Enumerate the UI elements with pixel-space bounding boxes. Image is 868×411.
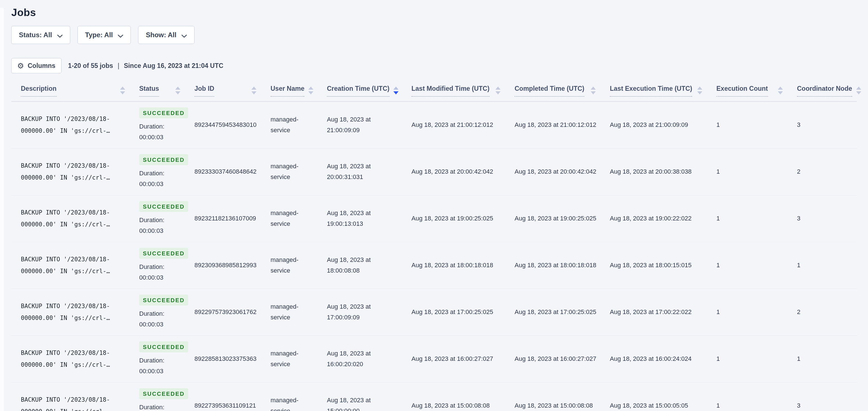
- description-cell: BACKUP INTO '/2023/08/18-000000.00' IN '…: [11, 289, 139, 335]
- column-header-coordinator-node[interactable]: Coordinator Node: [797, 81, 857, 101]
- status-badge: SUCCEEDED: [139, 154, 188, 165]
- table-row: BACKUP INTO '/2023/08/18-000000.00' IN '…: [11, 101, 857, 149]
- table-header-row: Description Status Job ID User Name Crea…: [11, 81, 857, 101]
- page-title: Jobs: [11, 7, 857, 19]
- table-row: BACKUP INTO '/2023/08/18-000000.00' IN '…: [11, 289, 857, 335]
- filter-bar: Status: All Type: All Show: All: [11, 26, 857, 44]
- job-id-cell: 892285813023375363: [194, 335, 271, 382]
- sort-icon[interactable]: [591, 87, 596, 94]
- creation-time-cell: Aug 18, 2023 at 21:00:09:09: [327, 101, 411, 149]
- separator: |: [118, 62, 119, 70]
- job-id-cell: 892321182136107009: [194, 195, 271, 242]
- last-modified-time-cell: Aug 18, 2023 at 19:00:25:025: [411, 195, 515, 242]
- column-header-description[interactable]: Description: [11, 81, 139, 101]
- user-name-cell: managed-service: [271, 148, 327, 195]
- description-cell: BACKUP INTO '/2023/08/18-000000.00' IN '…: [11, 195, 139, 242]
- sort-icon-active-desc[interactable]: [394, 87, 399, 94]
- completed-time-cell: Aug 18, 2023 at 18:00:18:018: [515, 242, 610, 289]
- type-filter-label: Type: All: [85, 31, 113, 39]
- description-cell: BACKUP INTO '/2023/08/18-000000.00' IN '…: [11, 335, 139, 382]
- table-row: BACKUP INTO '/2023/08/18-000000.00' IN '…: [11, 335, 857, 382]
- table-toolbar: ⚙ Columns 1-20 of 55 jobs | Since Aug 16…: [11, 58, 857, 73]
- duration-text: Duration: 00:00:03: [139, 402, 175, 411]
- sort-icon[interactable]: [175, 87, 180, 94]
- status-cell: SUCCEEDED Duration: 00:00:03: [139, 148, 194, 195]
- table-row: BACKUP INTO '/2023/08/18-000000.00' IN '…: [11, 148, 857, 195]
- column-header-status[interactable]: Status: [139, 81, 194, 101]
- execution-count-cell: 1: [716, 195, 797, 242]
- status-badge: SUCCEEDED: [139, 248, 188, 259]
- description-cell: BACKUP INTO '/2023/08/18-000000.00' IN '…: [11, 242, 139, 289]
- sort-icon[interactable]: [308, 87, 313, 94]
- status-filter-label: Status: All: [19, 31, 52, 39]
- job-id-cell: 892297573923061762: [194, 289, 271, 335]
- completed-time-cell: Aug 18, 2023 at 17:00:25:025: [515, 289, 610, 335]
- last-execution-time-cell: Aug 18, 2023 at 20:00:38:038: [610, 148, 716, 195]
- creation-time-cell: Aug 18, 2023 at 17:00:09:09: [327, 289, 411, 335]
- duration-text: Duration: 00:00:03: [139, 309, 175, 330]
- columns-button[interactable]: ⚙ Columns: [11, 58, 61, 73]
- description-cell: BACKUP INTO '/2023/08/18-000000.00' IN '…: [11, 148, 139, 195]
- chevron-down-icon: [182, 32, 187, 39]
- last-execution-time-cell: Aug 18, 2023 at 15:00:05:05: [610, 382, 716, 411]
- column-header-completed-time[interactable]: Completed Time (UTC): [515, 81, 610, 101]
- last-execution-time-cell: Aug 18, 2023 at 21:00:09:09: [610, 101, 716, 149]
- show-filter-dropdown[interactable]: Show: All: [138, 26, 194, 44]
- sort-icon[interactable]: [251, 87, 256, 94]
- job-id-cell: 892344759453483010: [194, 101, 271, 149]
- duration-text: Duration: 00:00:03: [139, 121, 175, 143]
- column-header-last-modified-time[interactable]: Last Modified Time (UTC): [411, 81, 515, 101]
- jobs-page: Jobs Status: All Type: All Show: All ⚙ C…: [0, 0, 868, 411]
- column-header-creation-time[interactable]: Creation Time (UTC): [327, 81, 411, 101]
- table-row: BACKUP INTO '/2023/08/18-000000.00' IN '…: [11, 382, 857, 411]
- user-name-cell: managed-service: [271, 335, 327, 382]
- status-cell: SUCCEEDED Duration: 00:00:03: [139, 101, 194, 149]
- last-execution-time-cell: Aug 18, 2023 at 19:00:22:022: [610, 195, 716, 242]
- status-cell: SUCCEEDED Duration: 00:00:03: [139, 289, 194, 335]
- since-timestamp: Since Aug 16, 2023 at 21:04 UTC: [124, 62, 223, 70]
- coordinator-node-cell: 3: [797, 195, 857, 242]
- results-count: 1-20 of 55 jobs: [68, 62, 113, 70]
- coordinator-node-cell: 1: [797, 335, 857, 382]
- sort-icon[interactable]: [778, 87, 783, 94]
- description-cell: BACKUP INTO '/2023/08/18-000000.00' IN '…: [11, 382, 139, 411]
- duration-text: Duration: 00:00:03: [139, 168, 175, 189]
- status-cell: SUCCEEDED Duration: 00:00:03: [139, 335, 194, 382]
- column-header-job-id[interactable]: Job ID: [194, 81, 271, 101]
- sort-icon[interactable]: [120, 87, 125, 94]
- completed-time-cell: Aug 18, 2023 at 20:00:42:042: [515, 148, 610, 195]
- sort-icon[interactable]: [856, 87, 861, 94]
- execution-count-cell: 1: [716, 148, 797, 195]
- column-header-last-execution-time[interactable]: Last Execution Time (UTC): [610, 81, 716, 101]
- creation-time-cell: Aug 18, 2023 at 18:00:08:08: [327, 242, 411, 289]
- type-filter-dropdown[interactable]: Type: All: [78, 26, 131, 44]
- status-cell: SUCCEEDED Duration: 00:00:03: [139, 242, 194, 289]
- table-row: BACKUP INTO '/2023/08/18-000000.00' IN '…: [11, 195, 857, 242]
- chevron-down-icon: [57, 32, 63, 39]
- coordinator-node-cell: 2: [797, 289, 857, 335]
- column-header-user-name[interactable]: User Name: [271, 81, 327, 101]
- status-badge: SUCCEEDED: [139, 388, 188, 399]
- description-cell: BACKUP INTO '/2023/08/18-000000.00' IN '…: [11, 101, 139, 149]
- completed-time-cell: Aug 18, 2023 at 21:00:12:012: [515, 101, 610, 149]
- results-summary-bar: 1-20 of 55 jobs | Since Aug 16, 2023 at …: [68, 62, 223, 70]
- execution-count-cell: 1: [716, 382, 797, 411]
- status-cell: SUCCEEDED Duration: 00:00:03: [139, 195, 194, 242]
- last-modified-time-cell: Aug 18, 2023 at 20:00:42:042: [411, 148, 515, 195]
- status-badge: SUCCEEDED: [139, 108, 188, 118]
- status-badge: SUCCEEDED: [139, 341, 188, 352]
- chevron-down-icon: [118, 32, 123, 39]
- table-row: BACKUP INTO '/2023/08/18-000000.00' IN '…: [11, 242, 857, 289]
- status-filter-dropdown[interactable]: Status: All: [11, 26, 70, 44]
- last-execution-time-cell: Aug 18, 2023 at 18:00:15:015: [610, 242, 716, 289]
- duration-text: Duration: 00:00:03: [139, 355, 175, 377]
- execution-count-cell: 1: [716, 242, 797, 289]
- user-name-cell: managed-service: [271, 101, 327, 149]
- gear-icon: ⚙: [17, 62, 24, 70]
- sort-icon[interactable]: [495, 87, 500, 94]
- last-execution-time-cell: Aug 18, 2023 at 17:00:22:022: [610, 289, 716, 335]
- creation-time-cell: Aug 18, 2023 at 15:00:00:00: [327, 382, 411, 411]
- status-badge: SUCCEEDED: [139, 201, 188, 212]
- column-header-execution-count[interactable]: Execution Count: [716, 81, 797, 101]
- sort-icon[interactable]: [697, 87, 702, 94]
